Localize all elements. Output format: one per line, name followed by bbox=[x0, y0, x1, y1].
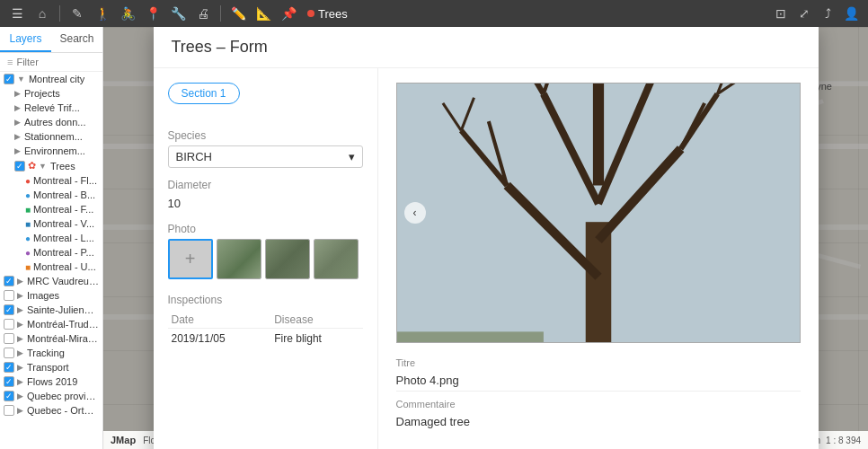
layer-item-sainte-julienne[interactable]: ✓ ▶ Sainte-Julienne d... bbox=[0, 303, 102, 317]
photo-thumb-tree-4 bbox=[314, 240, 358, 278]
layer-checkbox-tracking[interactable] bbox=[4, 348, 14, 358]
map-area[interactable]: LeMoyne JMap Flows = 200 m 1 : 8 394 Tre… bbox=[103, 27, 868, 449]
form-container: Trees – Form Section 1 Species BIRCH ▾ D… bbox=[154, 27, 819, 449]
layer-checkbox-trees[interactable]: ✓ bbox=[14, 161, 25, 172]
layer-item-montreal-trudeau[interactable]: ▶ Montréal-Trudeau... bbox=[0, 317, 102, 331]
photo-thumb-4[interactable] bbox=[314, 239, 359, 279]
inspections-table: Date Disease 2019/11/05 Fire blight bbox=[168, 312, 363, 348]
layer-label-montreal-city: Montreal city bbox=[29, 74, 84, 84]
layer-item-montreal-fl[interactable]: ● Montreal - Fl... bbox=[0, 173, 102, 188]
layer-item-montreal-u[interactable]: ■ Montreal - U... bbox=[0, 260, 102, 274]
layer-item-tracking[interactable]: ▶ Tracking bbox=[0, 346, 102, 360]
layer-label-quebec-province: Quebec province bbox=[27, 391, 99, 401]
species-value: BIRCH bbox=[176, 150, 212, 163]
species-select[interactable]: BIRCH ▾ bbox=[168, 145, 363, 168]
layer-label-mrc: MRC Vaudreuil-S... bbox=[27, 276, 99, 286]
layer-item-montreal-mirabel[interactable]: ▶ Montréal-Mirabel... bbox=[0, 331, 102, 346]
layer-item-environ[interactable]: ▶ Environnem... bbox=[0, 144, 102, 158]
photo-thumb-2[interactable] bbox=[217, 239, 261, 279]
layer-item-trees[interactable]: ✓ ✿ ▼ Trees bbox=[0, 158, 102, 173]
layer-label-montreal-f2: Montreal - F... bbox=[33, 204, 93, 215]
toolbar: ☰ ⌂ ✎ 🚶 🚴 📍 🔧 🖨 ✏️ 📐 📌 Trees ⊡ ⤢ ⤴ 👤 bbox=[0, 0, 868, 27]
layer-label-montreal-fl: Montreal - Fl... bbox=[33, 175, 97, 186]
layer-item-quebec-ortho[interactable]: ▶ Quebec - Orthophotos bbox=[0, 403, 102, 418]
walk-icon[interactable]: 🚶 bbox=[93, 4, 112, 23]
layer-label-montreal-trudeau: Montréal-Trudeau... bbox=[27, 319, 99, 330]
square-icon-f2: ■ bbox=[25, 205, 31, 215]
chevron-down-icon: ▾ bbox=[349, 150, 355, 163]
location-icon[interactable]: 📍 bbox=[143, 4, 163, 23]
layer-label-trees: Trees bbox=[50, 161, 75, 172]
form-body: Section 1 Species BIRCH ▾ Diameter 10 Ph… bbox=[154, 68, 819, 449]
measure-icon[interactable]: 📐 bbox=[253, 4, 273, 23]
map-pin-icon[interactable]: 📌 bbox=[279, 4, 298, 23]
layer-item-montreal-city[interactable]: ✓ ▼ Montreal city bbox=[0, 72, 102, 86]
photo-thumbnails: + bbox=[168, 239, 363, 279]
form-image: ‹ bbox=[396, 83, 801, 343]
layer-checkbox-montreal-city[interactable]: ✓ bbox=[4, 74, 14, 84]
layer-item-mrc[interactable]: ✓ ▶ MRC Vaudreuil-S... bbox=[0, 274, 102, 288]
dot-icon-p: ● bbox=[25, 248, 31, 258]
layer-item-station[interactable]: ▶ Stationnem... bbox=[0, 129, 102, 144]
main-layout: Layers Search ≡ ✓ ▼ Montreal city ▶ Proj… bbox=[0, 27, 868, 449]
fullscreen-icon[interactable]: ⤢ bbox=[794, 4, 814, 23]
layer-item-transport[interactable]: ✓ ▶ Transport bbox=[0, 360, 102, 374]
share-icon[interactable]: ⤴ bbox=[818, 4, 837, 23]
layer-label-sainte-julienne: Sainte-Julienne d... bbox=[27, 304, 99, 315]
account-icon[interactable]: 👤 bbox=[841, 4, 861, 23]
expand-arrow-montreal-city: ▼ bbox=[17, 75, 25, 84]
print-icon[interactable]: 🖨 bbox=[193, 4, 213, 23]
menu-icon[interactable]: ☰ bbox=[7, 4, 27, 23]
layer-checkbox-mrc[interactable]: ✓ bbox=[4, 276, 14, 286]
layer-item-autres[interactable]: ▶ Autres donn... bbox=[0, 115, 102, 129]
titre-label: Titre bbox=[396, 357, 801, 368]
layer-item-montreal-l[interactable]: ● Montreal - L... bbox=[0, 231, 102, 245]
layer-checkbox-quebec-province[interactable]: ✓ bbox=[4, 391, 14, 401]
window-icon[interactable]: ⊡ bbox=[771, 4, 791, 23]
tab-layers[interactable]: Layers bbox=[0, 27, 51, 52]
photo-thumb-1[interactable]: + bbox=[168, 239, 213, 279]
layer-item-releve[interactable]: ▶ Relevé Trif... bbox=[0, 101, 102, 115]
commentaire-label: Commentaire bbox=[396, 399, 801, 409]
layer-list: ✓ ▼ Montreal city ▶ Projects ▶ Relevé Tr… bbox=[0, 72, 102, 449]
layer-label-tracking: Tracking bbox=[27, 348, 65, 358]
home-icon[interactable]: ⌂ bbox=[32, 4, 52, 23]
layer-checkbox-transport[interactable]: ✓ bbox=[4, 362, 14, 373]
layer-label-station: Stationnem... bbox=[24, 131, 83, 142]
layer-item-montreal-f2[interactable]: ■ Montreal - F... bbox=[0, 202, 102, 216]
layer-label-projects: Projects bbox=[24, 88, 60, 99]
svg-rect-2 bbox=[397, 331, 544, 342]
inspection-row-1[interactable]: 2019/11/05 Fire blight bbox=[168, 329, 363, 349]
square-icon-v: ■ bbox=[25, 219, 31, 229]
layer-label-montreal-b: Montreal - B... bbox=[33, 189, 95, 200]
photo-thumb-3[interactable] bbox=[265, 239, 310, 279]
layer-checkbox-quebec-ortho[interactable] bbox=[4, 405, 14, 416]
layer-checkbox-flows[interactable]: ✓ bbox=[4, 376, 14, 387]
cycle-icon[interactable]: 🚴 bbox=[118, 4, 137, 23]
layer-item-montreal-p[interactable]: ● Montreal - P... bbox=[0, 245, 102, 260]
layer-item-flows[interactable]: ✓ ▶ Flows 2019 bbox=[0, 374, 102, 389]
tab-search[interactable]: Search bbox=[51, 27, 102, 52]
layer-item-montreal-b[interactable]: ● Montreal - B... bbox=[0, 188, 102, 202]
edit-icon[interactable]: ✎ bbox=[67, 4, 87, 23]
layer-checkbox-montreal-trudeau[interactable] bbox=[4, 319, 14, 330]
section-tab[interactable]: Section 1 bbox=[168, 83, 240, 104]
nav-arrow[interactable]: ‹ bbox=[404, 202, 426, 224]
layer-item-montreal-v[interactable]: ■ Montreal - V... bbox=[0, 216, 102, 231]
layer-checkbox-sainte-julienne[interactable]: ✓ bbox=[4, 304, 14, 315]
scale-ratio: 1 : 8 394 bbox=[826, 436, 861, 445]
filter-input[interactable] bbox=[16, 57, 95, 67]
layer-item-images[interactable]: ▶ Images bbox=[0, 288, 102, 303]
inspection-disease: Fire blight bbox=[270, 329, 362, 349]
layer-checkbox-montreal-mirabel[interactable] bbox=[4, 333, 14, 344]
tree-photo-svg bbox=[397, 84, 800, 342]
diameter-value: 10 bbox=[168, 195, 363, 212]
tools-icon[interactable]: 🔧 bbox=[168, 4, 188, 23]
expand-arrow-mrc: ▶ bbox=[17, 277, 23, 286]
pen-icon[interactable]: ✏️ bbox=[228, 4, 248, 23]
layer-item-quebec-province[interactable]: ✓ ▶ Quebec province bbox=[0, 389, 102, 403]
layer-label-autres: Autres donn... bbox=[24, 117, 86, 128]
sidebar-tabs: Layers Search bbox=[0, 27, 102, 53]
layer-item-projects[interactable]: ▶ Projects bbox=[0, 86, 102, 101]
layer-checkbox-images[interactable] bbox=[4, 290, 14, 301]
